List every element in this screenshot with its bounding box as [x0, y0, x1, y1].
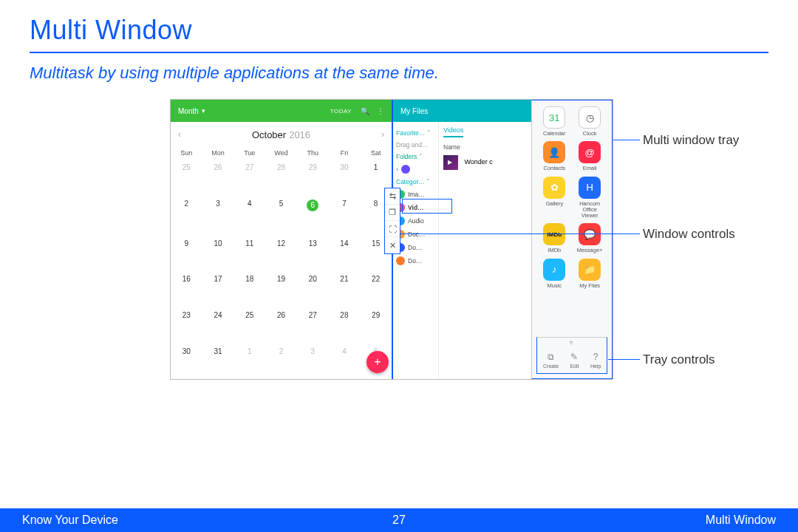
- dow-cell: Fri: [329, 149, 361, 157]
- sidebar-group-favorites[interactable]: Favorite… ˄: [396, 129, 435, 137]
- calendar-view-label[interactable]: Month: [178, 107, 199, 115]
- sidebar-folder-row[interactable]: ›: [396, 165, 435, 174]
- calendar-day[interactable]: 17: [202, 270, 234, 307]
- calendar-day[interactable]: 10: [202, 235, 234, 271]
- calendar-day[interactable]: 5: [265, 195, 297, 235]
- page-subtitle: Multitask by using multiple applications…: [30, 64, 768, 83]
- sidebar-category-item[interactable]: Do…: [396, 256, 435, 265]
- calendar-day[interactable]: 11: [233, 235, 265, 271]
- calendar-day[interactable]: 25: [233, 307, 265, 343]
- calendar-day[interactable]: 2: [265, 343, 297, 379]
- calendar-day[interactable]: 29: [360, 307, 392, 343]
- next-month-icon[interactable]: ›: [381, 129, 384, 140]
- add-event-button[interactable]: +: [366, 351, 389, 373]
- today-button[interactable]: TODAY: [330, 108, 352, 115]
- prev-month-icon[interactable]: ‹: [178, 129, 181, 140]
- calendar-day[interactable]: 27: [233, 159, 265, 195]
- calendar-day[interactable]: 24: [202, 307, 234, 343]
- callout-line-controls: [400, 233, 640, 234]
- app-label: Music: [547, 283, 562, 289]
- tray-app[interactable]: ◷Clock: [573, 106, 606, 137]
- search-icon[interactable]: 🔍: [361, 107, 369, 115]
- app-label: My Files: [579, 283, 600, 289]
- calendar-day[interactable]: 29: [297, 159, 329, 195]
- sidebar-group-folders[interactable]: Folders ˄: [396, 153, 435, 160]
- callout-label-tray-controls: Tray controls: [643, 352, 715, 367]
- calendar-day[interactable]: 31: [202, 343, 234, 379]
- calendar-day[interactable]: 25: [171, 159, 202, 195]
- file-name: Wonder c: [465, 158, 493, 166]
- calendar-day[interactable]: 1: [233, 343, 265, 379]
- calendar-day[interactable]: 30: [329, 159, 361, 195]
- calendar-day[interactable]: 13: [297, 235, 329, 271]
- tray-app[interactable]: HHancom Office Viewer: [573, 177, 606, 219]
- calendar-day[interactable]: 4: [233, 195, 265, 235]
- calendar-day[interactable]: 28: [265, 159, 297, 195]
- tray-control-help[interactable]: ?Help: [590, 352, 601, 369]
- sidebar-category-item[interactable]: Audio: [396, 216, 435, 225]
- window-maximize-icon[interactable]: ⛶: [385, 221, 400, 237]
- tray-app[interactable]: IMDbIMDb: [538, 223, 570, 253]
- app-icon: ✿: [543, 177, 565, 199]
- calendar-day[interactable]: 30: [171, 343, 202, 379]
- calendar-day[interactable]: 9: [171, 235, 202, 271]
- calendar-day[interactable]: 28: [329, 307, 361, 343]
- dow-cell: Sat: [360, 149, 392, 157]
- sidebar-category-item[interactable]: Doc…: [396, 230, 435, 239]
- tray-app[interactable]: ♪Music: [538, 259, 570, 289]
- calendar-day[interactable]: 23: [171, 307, 202, 343]
- sidebar-category-item[interactable]: Ima…: [396, 190, 435, 199]
- tray-control-create[interactable]: ⧉Create: [543, 352, 559, 369]
- tray-app[interactable]: ✿Gallery: [538, 177, 570, 219]
- tray-control-edit[interactable]: ✎Edit: [570, 352, 579, 369]
- calendar-day[interactable]: 19: [265, 270, 297, 307]
- window-controls[interactable]: ⇆ ❐ ⛶ ✕: [384, 188, 400, 254]
- calendar-day[interactable]: 14: [329, 235, 361, 271]
- dropdown-icon[interactable]: ▾: [202, 107, 205, 115]
- calendar-day[interactable]: 3: [297, 343, 329, 379]
- calendar-day[interactable]: 26: [265, 307, 297, 343]
- content-tab-videos[interactable]: Videos: [443, 126, 463, 137]
- more-icon[interactable]: ⋮: [377, 107, 384, 115]
- calendar-month-header: ‹ October 2016 ›: [171, 122, 392, 147]
- category-label: Ima…: [408, 191, 425, 198]
- sidebar-group-categories[interactable]: Categor… ˄: [396, 178, 435, 185]
- calendar-day[interactable]: 18: [233, 270, 265, 307]
- calendar-day[interactable]: 21: [329, 270, 361, 307]
- chevron-right-icon: ›: [396, 166, 398, 173]
- calendar-day[interactable]: 7: [329, 195, 361, 235]
- tray-app[interactable]: 👤Contacts: [538, 141, 570, 171]
- multi-window-tray[interactable]: 31Calendar◷Clock👤Contacts@Email✿GalleryH…: [531, 100, 613, 379]
- video-thumbnail-icon: [443, 155, 458, 170]
- calendar-day[interactable]: 26: [202, 159, 234, 195]
- calendar-day[interactable]: 2: [171, 195, 202, 235]
- calendar-day[interactable]: 20: [297, 270, 329, 307]
- sidebar-category-item[interactable]: Do…: [396, 243, 435, 252]
- calendar-grid[interactable]: 2526272829301234567891011121314151617181…: [171, 159, 392, 379]
- tray-app[interactable]: 31Calendar: [538, 106, 570, 137]
- calendar-day[interactable]: 6: [297, 195, 329, 235]
- tray-app[interactable]: @Email: [573, 141, 606, 171]
- calendar-day[interactable]: 27: [297, 307, 329, 343]
- tray-app[interactable]: 📁My Files: [573, 259, 606, 289]
- callout-label-controls: Window controls: [643, 227, 735, 242]
- window-close-icon[interactable]: ✕: [385, 237, 400, 253]
- tray-controls[interactable]: ᯤ ⧉Create✎Edit?Help: [536, 337, 607, 374]
- app-icon: ◷: [579, 106, 601, 129]
- calendar-day[interactable]: 12: [265, 235, 297, 271]
- window-popup-icon[interactable]: ❐: [385, 205, 400, 221]
- calendar-day[interactable]: 16: [171, 270, 202, 307]
- app-icon: 💬: [579, 223, 601, 245]
- tray-app[interactable]: 💬Message+: [573, 223, 606, 253]
- diagram: Month ▾ TODAY 🔍 ⋮ ‹ October 2016 › SunMo…: [170, 99, 776, 395]
- file-row[interactable]: Wonder c: [443, 155, 527, 170]
- app-label: Calendar: [543, 131, 565, 137]
- category-icon: [396, 256, 405, 265]
- window-swap-icon[interactable]: ⇆: [385, 188, 400, 205]
- category-label: Do…: [408, 244, 422, 251]
- folder-storage-icon: [401, 165, 410, 174]
- calendar-day[interactable]: 22: [360, 270, 392, 307]
- calendar-day[interactable]: 4: [329, 343, 361, 379]
- calendar-day[interactable]: 3: [202, 195, 234, 235]
- myfiles-toolbar: My Files: [393, 100, 531, 122]
